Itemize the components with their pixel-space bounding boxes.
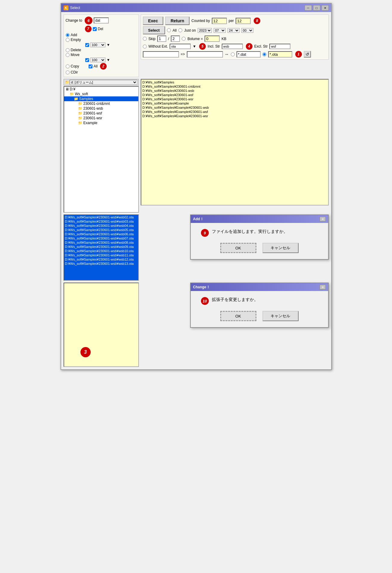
select-button[interactable]: Select [143, 26, 165, 34]
bottom-left-area: 3 [64, 283, 139, 367]
copy-all-checkbox[interactable] [89, 64, 93, 68]
toolbar-row: Change to 6 7 Del Add [64, 14, 329, 77]
change-to-input[interactable] [94, 17, 109, 23]
dat-radio[interactable] [231, 52, 235, 56]
minimize-button[interactable]: ─ [305, 5, 312, 11]
sel-file-2[interactable]: D:¥Ws_soft¥Samples¥230601-wsb¥wsb04.ota [64, 224, 138, 228]
sel-file-1[interactable]: D:¥Ws_soft¥Samples¥230601-wsb¥wsb03.ota [64, 219, 138, 224]
close-button[interactable]: ✕ [321, 5, 329, 11]
annotation-2: 2 [100, 63, 107, 70]
file-item-1[interactable]: D:¥Ws_soft¥Samples¥230601-cnt&mnt [142, 84, 328, 89]
add-dialog-close[interactable]: ✕ [320, 217, 326, 221]
move-radio[interactable] [66, 53, 70, 57]
add-cancel-button[interactable]: キャンセル [262, 243, 299, 253]
file-list-panel[interactable]: D:¥Ws_soft¥Samples D:¥Ws_soft¥Samples¥23… [141, 79, 329, 205]
move-percent-select[interactable]: 1007550 [90, 58, 105, 62]
tree-label-samples: Samples [79, 97, 93, 101]
change-cancel-button[interactable]: キャンセル [262, 311, 299, 321]
empty-percent-select[interactable]: 100755025 [90, 42, 105, 47]
tree-item-ws-soft[interactable]: 📁 Ws_soft [64, 92, 138, 96]
empty-options: 100755025 ▼ [85, 42, 137, 47]
tree-item-example[interactable]: 📁 Example [64, 121, 138, 125]
drive-select[interactable]: d: [ボリューム] [70, 80, 137, 85]
sel-file-3[interactable]: D:¥Ws_soft¥Samples¥230601-wsb¥wsb05.ota [64, 228, 138, 232]
file-item-8[interactable]: D:¥Ws_soft¥Samples¥Example¥230601-wsr [142, 114, 328, 118]
file-item-0[interactable]: D:¥Ws_soft¥Samples [142, 80, 328, 84]
move-checkbox[interactable] [85, 58, 89, 62]
file-item-6[interactable]: D:¥Ws_soft¥Samples¥Example¥230601-wsb [142, 105, 328, 110]
bottom-row: 3 Change！ ✕ 10 拡張子を変更しますか。 OK [64, 283, 329, 367]
add-dialog-body: 9 ファイルを追加します。実行しますか。 OK キャンセル [191, 223, 328, 259]
all-radio-label: All [173, 28, 177, 33]
sel-file-10[interactable]: D:¥Ws_soft¥Samples¥230601-wsb¥wsb12.ota [64, 257, 138, 261]
add-ok-button[interactable]: OK [220, 243, 256, 253]
dat-input[interactable] [237, 51, 261, 58]
year-select[interactable]: 20232022 [198, 28, 212, 33]
tree-item-wsr[interactable]: 📁 230601-wsr [64, 116, 138, 121]
tree-item-cnt-mnt[interactable]: 📁 230601-cnt&mnt [64, 101, 138, 106]
excl-str-input[interactable] [269, 44, 290, 49]
cdir-radio[interactable] [66, 70, 70, 74]
left-options-panel: Change to 6 7 Del Add [64, 14, 139, 77]
sel-file-4[interactable]: D:¥Ws_soft¥Samples¥230601-wsb¥wsb06.ota [64, 232, 138, 236]
delete-radio[interactable] [66, 48, 70, 52]
just-on-radio[interactable] [178, 28, 182, 32]
incl-str-input[interactable] [222, 44, 243, 49]
sel-file-8[interactable]: D:¥Ws_soft¥Samples¥230601-wsb¥wsb10.ota [64, 249, 138, 253]
del-checkbox[interactable] [93, 27, 97, 31]
file-item-7[interactable]: D:¥Ws_soft¥Samples¥Example¥230601-wsf [142, 110, 328, 114]
tree-item-wsb[interactable]: 📁 230601-wsb [64, 106, 138, 111]
arrow-symbol: => [181, 52, 185, 56]
tree-label-cnt: 230601-cnt&mnt [83, 102, 110, 106]
skip-value2-input[interactable] [171, 36, 180, 42]
skip-radio[interactable] [143, 37, 147, 41]
change-dialog-body: 10 拡張子を変更しますか。 OK キャンセル [191, 291, 328, 327]
without-ext-input[interactable] [170, 44, 191, 49]
day-select[interactable]: 2423 [227, 28, 240, 33]
arrow-left-input[interactable] [143, 51, 179, 58]
exec-button[interactable]: Exec [143, 17, 164, 25]
empty-radio[interactable] [66, 38, 70, 42]
ota-input[interactable] [268, 51, 292, 58]
return-button[interactable]: Return [165, 17, 190, 25]
sel-file-0[interactable]: D:¥Ws_soft¥Samples¥230601-wsb¥wsb02.ota [64, 215, 138, 219]
exec-return-row: Exec Return Counted by per 8 [143, 17, 327, 25]
skip-value1-input[interactable] [157, 36, 166, 42]
selected-files-list[interactable]: D:¥Ws_soft¥Samples¥230601-wsb¥wsb02.ota … [64, 214, 139, 281]
file-item-3[interactable]: D:¥Ws_soft¥Samples¥230601-wsf [142, 93, 328, 97]
month-select[interactable]: 0706 [214, 28, 226, 33]
add-radio[interactable] [66, 33, 70, 37]
empty-checkbox[interactable] [85, 43, 89, 47]
sel-file-11[interactable]: D:¥Ws_soft¥Samples¥230601-wsb¥wsb13.ota [64, 261, 138, 266]
file-item-2[interactable]: D:¥Ws_soft¥Samples¥230601-wsb [142, 89, 328, 93]
file-item-5[interactable]: D:¥Ws_soft¥Samples¥Example [142, 101, 328, 105]
all-radio[interactable] [167, 28, 171, 32]
copy-radio[interactable] [66, 64, 70, 68]
without-ext-radio[interactable] [143, 45, 147, 49]
hour-select[interactable]: 0001 [241, 28, 253, 33]
sel-file-9[interactable]: D:¥Ws_soft¥Samples¥230601-wsb¥wsb11.ota [64, 253, 138, 257]
ota-radio[interactable] [262, 52, 266, 56]
sel-file-6[interactable]: D:¥Ws_soft¥Samples¥230601-wsb¥wsb08.ota [64, 240, 138, 245]
double-arrow: ↔ [225, 52, 229, 57]
maximize-button[interactable]: □ [313, 5, 320, 11]
drive-icon: 📁 [65, 80, 70, 84]
change-ok-button[interactable]: OK [220, 311, 256, 321]
file-item-4[interactable]: D:¥Ws_soft¥Samples¥230601-wsr [142, 97, 328, 101]
arrow-right-input[interactable] [187, 51, 223, 58]
tree-item-wsf[interactable]: 📁 230601-wsf [64, 111, 138, 116]
tree-item-samples[interactable]: 📁 Samples [64, 96, 138, 101]
bolume-value-input[interactable] [205, 36, 220, 42]
refresh-button[interactable]: ↺ [304, 51, 311, 58]
sel-file-7[interactable]: D:¥Ws_soft¥Samples¥230601-wsb¥wsb09.ota [64, 245, 138, 249]
per-input[interactable] [236, 18, 251, 24]
tree-label-wsf: 230601-wsf [83, 111, 102, 115]
tree-item-d[interactable]: 🖥 D:¥ [64, 87, 138, 92]
bolume-radio[interactable] [182, 37, 186, 41]
counted-by-input[interactable] [212, 18, 227, 24]
change-dialog-close[interactable]: ✕ [320, 285, 326, 290]
change-dialog-message: 拡張子を変更しますか。 [212, 297, 258, 302]
sel-file-5[interactable]: D:¥Ws_soft¥Samples¥230601-wsb¥wsb07.ota [64, 236, 138, 240]
copy-label: Copy [71, 64, 87, 68]
title-bar-buttons: ─ □ ✕ [305, 5, 329, 11]
